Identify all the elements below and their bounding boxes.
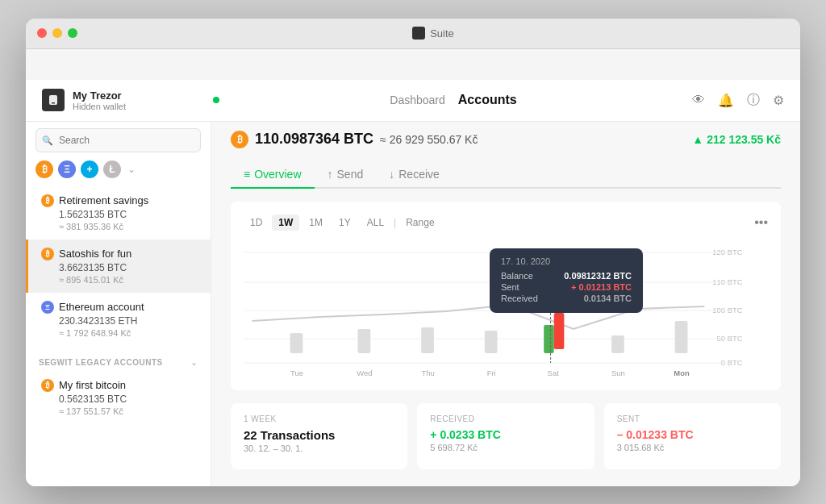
- account-item-first-bitcoin[interactable]: ₿ My first bitcoin 0.5623135 BTC ≈ 137 5…: [26, 371, 211, 424]
- coin-filter-btc[interactable]: ₿: [35, 160, 53, 178]
- svg-rect-1: [52, 102, 55, 104]
- traffic-lights: [37, 28, 77, 38]
- search-input[interactable]: [35, 128, 201, 152]
- chart-wrapper: 120 BTC 110 BTC 100 BTC 50 BTC 0 BTC: [244, 240, 768, 377]
- balance-left: ₿ 110.0987364 BTC ≈ 26 929 550.67 Kč: [231, 131, 478, 148]
- account-name-row: ₿ My first bitcoin: [41, 379, 198, 392]
- main-layout: My Accounts + 🔍 ₿ Ξ + Ł ⌄ ₿: [26, 91, 800, 486]
- coin-filter-xrp[interactable]: +: [81, 160, 98, 178]
- stat-sent-fiat: 3 015.68 Kč: [617, 443, 768, 452]
- chart-svg: 120 BTC 110 BTC 100 BTC 50 BTC 0 BTC: [244, 240, 768, 377]
- svg-text:Thu: Thu: [421, 369, 434, 377]
- stat-week-sub: 30. 12. – 30. 1.: [244, 444, 394, 453]
- suite-logo-icon: [412, 27, 425, 40]
- device-icon: [42, 89, 65, 111]
- coin-filter-eth[interactable]: Ξ: [58, 160, 76, 178]
- receive-icon: ↓: [389, 168, 394, 181]
- tab-receive-label: Receive: [398, 168, 440, 181]
- stat-sent-label: SENT: [617, 414, 768, 423]
- svg-rect-18: [611, 335, 624, 353]
- segwit-chevron-icon[interactable]: ⌄: [190, 357, 198, 368]
- app-window: Suite My Trezor Hidden wallet Dashboard …: [26, 19, 800, 486]
- search-icon: 🔍: [42, 135, 53, 145]
- stat-week: 1 WEEK 22 Transactions 30. 12. – 30. 1.: [231, 403, 407, 469]
- account-name: Satoshis for fun: [59, 248, 131, 260]
- account-name-row: ₿ Retirement savings: [41, 194, 198, 207]
- btc-coin-icon: ₿: [41, 248, 54, 260]
- tab-send-label: Send: [337, 168, 364, 181]
- account-name-row: ₿ Satoshis for fun: [41, 248, 198, 260]
- stat-sent: SENT – 0.01233 BTC 3 015.68 Kč: [604, 403, 781, 469]
- account-item-retirement[interactable]: ₿ Retirement savings 1.5623135 BTC ≈ 381…: [26, 186, 211, 240]
- account-name: Retirement savings: [59, 194, 148, 206]
- question-icon[interactable]: ⓘ: [747, 92, 760, 109]
- time-1m[interactable]: 1M: [302, 215, 329, 231]
- main-nav: Dashboard Accounts: [219, 93, 687, 107]
- eth-coin-icon: Ξ: [41, 301, 54, 314]
- stat-received-fiat: 5 698.72 Kč: [430, 443, 581, 452]
- minimize-button[interactable]: [52, 28, 62, 38]
- balance-change-value: 212 123.55 Kč: [707, 133, 781, 146]
- svg-text:Wed: Wed: [357, 369, 372, 377]
- header-actions: 👁 🔔 ⓘ ⚙: [687, 92, 784, 109]
- device-info: My Trezor Hidden wallet: [42, 89, 219, 111]
- device-status-indicator: [213, 97, 219, 103]
- svg-rect-12: [290, 333, 303, 353]
- coin-filters: ₿ Ξ + Ł ⌄: [26, 160, 211, 186]
- account-balance: 0.5623135 BTC: [41, 394, 198, 405]
- account-fiat: ≈ 381 935.36 Kč: [41, 222, 198, 231]
- nav-accounts[interactable]: Accounts: [458, 93, 517, 107]
- svg-text:Mon: Mon: [674, 369, 690, 377]
- nav-dashboard[interactable]: Dashboard: [390, 94, 445, 106]
- chart-more-button[interactable]: •••: [754, 215, 768, 230]
- segwit-section: SEGWIT LEGACY ACCOUNTS ⌄ ₿ My first bitc…: [26, 352, 211, 424]
- account-fiat: ≈ 137 551.57 Kč: [41, 406, 198, 416]
- maximize-button[interactable]: [68, 28, 77, 38]
- eye-icon[interactable]: 👁: [692, 93, 705, 107]
- coin-filter-chevron[interactable]: ⌄: [127, 164, 136, 175]
- svg-text:Sun: Sun: [611, 369, 625, 377]
- account-item-ethereum[interactable]: Ξ Ethereum account 230.3423135 ETH ≈ 1 7…: [26, 293, 211, 346]
- account-fiat: ≈ 1 792 648.94 Kč: [41, 328, 198, 338]
- account-name-row: Ξ Ethereum account: [41, 301, 198, 314]
- btc-large-icon: ₿: [231, 131, 248, 148]
- btc-coin-icon: ₿: [41, 194, 54, 207]
- time-1w[interactable]: 1W: [272, 215, 299, 231]
- tab-overview[interactable]: ≡ Overview: [231, 161, 315, 189]
- device-wallet-label: Hidden wallet: [73, 102, 205, 111]
- chart-controls: 1D 1W 1M 1Y ALL | Range •••: [244, 215, 768, 231]
- account-balance: 3.6623135 BTC: [41, 262, 198, 273]
- tab-overview-label: Overview: [254, 168, 301, 181]
- balance-crypto: 110.0987364 BTC: [255, 131, 373, 148]
- time-filters: 1D 1W 1M 1Y ALL | Range: [244, 215, 441, 231]
- svg-text:Sat: Sat: [548, 369, 560, 377]
- time-range[interactable]: Range: [399, 215, 440, 231]
- stat-received-value: + 0.0233 BTC: [430, 428, 581, 441]
- svg-text:Tue: Tue: [290, 369, 303, 377]
- settings-icon[interactable]: ⚙: [773, 93, 784, 108]
- titlebar-title: Suite: [77, 27, 789, 40]
- time-separator: |: [394, 217, 396, 228]
- account-balance-row: ₿ 110.0987364 BTC ≈ 26 929 550.67 Kč ▲ 2…: [231, 131, 781, 148]
- account-name: Ethereum account: [59, 301, 144, 313]
- coin-filter-ltc[interactable]: Ł: [103, 160, 121, 178]
- overview-grid-icon: ≡: [244, 168, 250, 181]
- app-name-label: Suite: [430, 27, 454, 40]
- bell-icon[interactable]: 🔔: [718, 93, 734, 108]
- time-all[interactable]: ALL: [361, 215, 390, 231]
- app-header: My Trezor Hidden wallet Dashboard Accoun…: [26, 80, 800, 122]
- close-button[interactable]: [37, 28, 47, 38]
- tab-send[interactable]: ↑ Send: [315, 161, 377, 189]
- balance-change: ▲ 212 123.55 Kč: [692, 133, 781, 146]
- time-1d[interactable]: 1D: [244, 215, 269, 231]
- tab-receive[interactable]: ↓ Receive: [376, 161, 453, 189]
- svg-rect-17: [554, 313, 565, 349]
- account-fiat: ≈ 895 415.01 Kč: [41, 275, 198, 285]
- main-content: Bitcoin HODL account ••• ₿ 110.0987364 B…: [211, 91, 800, 486]
- chart-section: 1D 1W 1M 1Y ALL | Range •••: [231, 202, 781, 390]
- time-1y[interactable]: 1Y: [332, 215, 357, 231]
- sidebar: My Accounts + 🔍 ₿ Ξ + Ł ⌄ ₿: [26, 91, 211, 486]
- svg-rect-13: [358, 329, 371, 353]
- btc-coin-icon: ₿: [41, 379, 54, 392]
- account-item-satoshis[interactable]: ₿ Satoshis for fun 3.6623135 BTC ≈ 895 4…: [26, 240, 211, 293]
